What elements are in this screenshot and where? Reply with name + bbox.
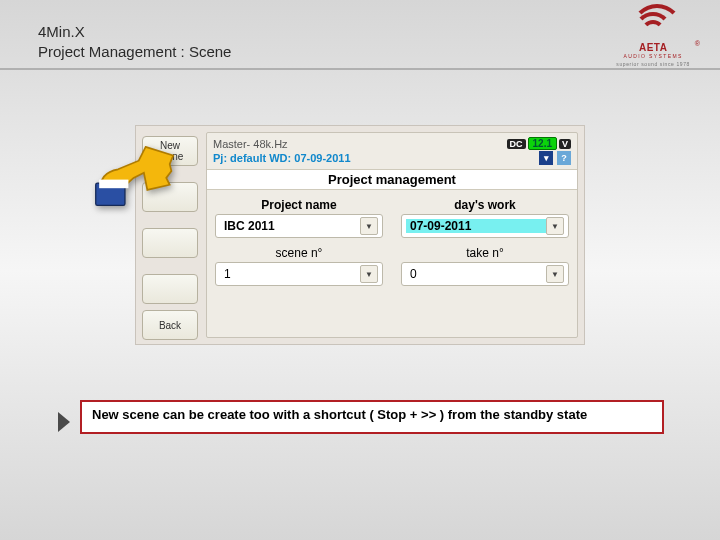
side-button-3[interactable] (142, 228, 198, 258)
project-name-label: Project name (215, 196, 383, 214)
brand-logo-icon (631, 14, 675, 40)
save-icon[interactable]: ▾ (539, 151, 553, 165)
title-line2: Project Management : Scene (38, 42, 231, 62)
scene-no-label: scene n° (215, 244, 383, 262)
take-no-field[interactable]: 0 ▼ (401, 262, 569, 286)
pointing-hand-icon (94, 128, 180, 214)
tip-note-box: New scene can be create too with a short… (80, 400, 664, 434)
take-no-label: take n° (401, 244, 569, 262)
project-line-text: Pj: default WD: 07-09-2011 (213, 152, 535, 164)
slide-root: 4Min.X Project Management : Scene AETA A… (0, 0, 720, 540)
slide-title: 4Min.X Project Management : Scene (38, 22, 231, 63)
brand-logo: AETA AUDIO SYSTEMS superior sound since … (616, 14, 690, 67)
help-icon[interactable]: ? (557, 151, 571, 165)
days-work-value: 07-09-2011 (406, 219, 546, 233)
scene-no-dropdown-icon[interactable]: ▼ (360, 265, 378, 283)
dc-unit: V (559, 139, 571, 149)
title-line1: 4Min.X (38, 22, 231, 42)
project-name-value: IBC 2011 (220, 219, 360, 233)
project-name-dropdown-icon[interactable]: ▼ (360, 217, 378, 235)
panel-body: Project name IBC 2011 ▼ day's work 07-09… (207, 190, 577, 298)
tip-note-text: New scene can be create too with a short… (92, 407, 587, 422)
side-button-4[interactable] (142, 274, 198, 304)
panel-top-bar: Master- 48k.Hz DC 12.1 V (207, 133, 577, 150)
registered-mark: ® (695, 40, 700, 47)
days-work-label: day's work (401, 196, 569, 214)
project-name-field[interactable]: IBC 2011 ▼ (215, 214, 383, 238)
back-label: Back (159, 320, 181, 331)
svg-rect-1 (99, 180, 128, 189)
bullet-arrow-icon (58, 412, 70, 432)
header-divider (0, 68, 720, 70)
take-no-dropdown-icon[interactable]: ▼ (546, 265, 564, 283)
battery-badge: DC 12.1 V (507, 137, 571, 150)
device-screenshot: New scene Back Master- 48k.Hz DC 12.1 V … (136, 126, 584, 344)
dc-label: DC (507, 139, 526, 149)
master-status: Master- 48k.Hz (213, 138, 501, 150)
scene-no-field[interactable]: 1 ▼ (215, 262, 383, 286)
days-work-dropdown-icon[interactable]: ▼ (546, 217, 564, 235)
project-line: Pj: default WD: 07-09-2011 ▾ ? (207, 150, 577, 169)
brand-tagline: superior sound since 1978 (616, 61, 690, 67)
panel-title: Project management (207, 169, 577, 190)
back-button[interactable]: Back (142, 310, 198, 340)
dc-value: 12.1 (528, 137, 557, 150)
panel-main: Master- 48k.Hz DC 12.1 V Pj: default WD:… (206, 132, 578, 338)
days-work-field[interactable]: 07-09-2011 ▼ (401, 214, 569, 238)
take-no-value: 0 (406, 267, 546, 281)
scene-no-value: 1 (220, 267, 360, 281)
